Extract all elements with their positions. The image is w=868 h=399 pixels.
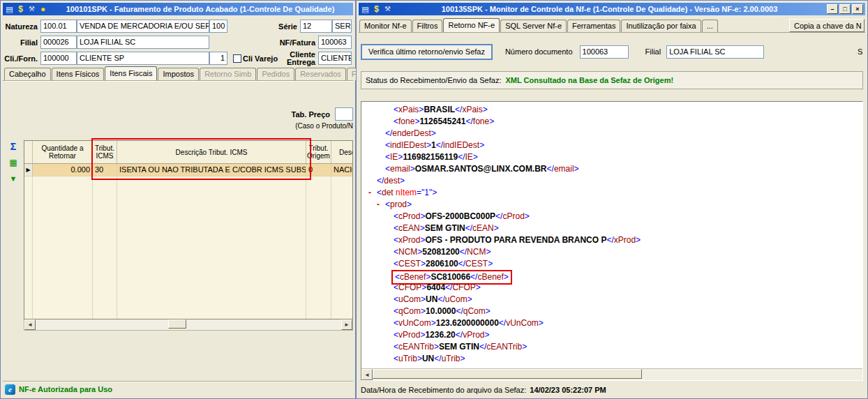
tab-pedidos[interactable]: Pedidos: [257, 68, 294, 80]
xml-line-IE: <IE>116982156119</IE>: [364, 151, 862, 163]
tab-monitor-nf-e[interactable]: Monitor Nf-e: [359, 20, 412, 32]
filial-code-field[interactable]: 000026: [40, 36, 77, 49]
tab-preco-field[interactable]: [335, 107, 353, 121]
window-controls: –□×: [827, 4, 863, 14]
right-titlebar-icons: ▤$⚒: [361, 5, 392, 14]
serie-field[interactable]: 12: [300, 20, 332, 33]
scrollbar-thumb[interactable]: [168, 319, 186, 329]
right-titlebar[interactable]: ▤$⚒ 100135SPK - Monitor de Controle da N…: [359, 3, 865, 15]
filial-desc-field[interactable]: LOJA FILIAL SC: [77, 36, 209, 49]
cli-forn-code-field[interactable]: 100000: [40, 52, 77, 65]
retorno-toolbar: Verifica último retorno/envio Sefaz Núme…: [359, 43, 865, 60]
grid-empty-column: [93, 176, 117, 319]
grid-col-tribut-origem[interactable]: Tribut. Origem: [306, 141, 331, 163]
grid-gutter: Σ▦▼: [3, 140, 24, 331]
user-icon[interactable]: ●: [38, 5, 47, 14]
collapse-marker[interactable]: -: [377, 199, 385, 211]
xml-hscrollbar[interactable]: ◄: [361, 368, 862, 380]
export-grid-icon[interactable]: ▦: [8, 157, 19, 168]
xml-line-vUnCom: <vUnCom>123.6200000000</vUnCom>: [364, 317, 862, 329]
money-icon[interactable]: $: [372, 5, 381, 14]
tab-itens-fiscais[interactable]: Itens Fiscais: [105, 66, 157, 80]
left-window-title: 100101SPK - Faturamento de Produto Acaba…: [50, 5, 351, 13]
collapse-marker[interactable]: -: [368, 187, 377, 199]
export-down-icon[interactable]: ▼: [8, 173, 19, 184]
footer-datetime: 14/02/23 05:22:07 PM: [530, 386, 606, 394]
grid-col-marker[interactable]: [24, 141, 33, 163]
scroll-left-button[interactable]: ◄: [24, 319, 36, 330]
form-row-natureza: Natureza 100.01 VENDA DE MERCADORIA E/OU…: [4, 18, 352, 34]
sefaz-status-box: Status do Recebimento/Envio da Sefaz: XM…: [361, 71, 863, 89]
numero-documento-label: Número documento: [505, 47, 573, 56]
serie-extra-field[interactable]: SERI: [332, 20, 352, 33]
tab-retorno-simb[interactable]: Retorno Simb: [200, 68, 256, 80]
grid-selected-row[interactable]: ▶0.00030ISENTA OU NAO TRIBUTADA E C/COBR…: [24, 164, 352, 176]
wrench-icon[interactable]: ⚒: [383, 5, 392, 14]
xml-line-uCom: <uCom>UN</uCom>: [364, 294, 862, 306]
grid-cell[interactable]: NACION: [331, 164, 353, 176]
items-grid[interactable]: Quantidade a RetornarTribut. ICMSDescriç…: [24, 140, 353, 319]
grid-cell[interactable]: ISENTA OU NAO TRIBUTADA E C/COBR ICMS SU…: [117, 164, 306, 176]
grid-empty-column: [306, 176, 331, 319]
sum-icon[interactable]: Σ: [8, 141, 19, 152]
nf-fatura-field[interactable]: 100063: [318, 36, 352, 49]
maximize-button[interactable]: □: [839, 4, 851, 14]
wrench-icon[interactable]: ⚒: [27, 5, 36, 14]
tab-cabe-alho[interactable]: Cabeçalho: [4, 68, 51, 80]
cliente-entrega-field[interactable]: CLIENTE: [318, 52, 352, 65]
close-button[interactable]: ×: [852, 4, 863, 14]
xml-line-NCM: <NCM>52081200</NCM>: [364, 246, 862, 258]
tab-more[interactable]: ...: [702, 20, 718, 32]
grid-cell[interactable]: 0.000: [33, 164, 93, 176]
tab-preco-label: Tab. Preço: [292, 110, 333, 119]
grid-col-descri[interactable]: Descriçã: [331, 141, 353, 163]
xml-line-dest: </dest>: [364, 175, 862, 187]
sefaz-status-label: Status do Recebimento/Envio da Sefaz:: [366, 76, 501, 84]
grid-hscrollbar[interactable]: ◄ ►: [24, 319, 353, 331]
xml-line-cEANTrib: <cEANTrib>SEM GTIN</cEANTrib>: [364, 341, 862, 353]
xml-scrollbar-track[interactable]: [373, 369, 862, 380]
tab-ferramentas[interactable]: Ferramentas: [567, 20, 620, 32]
natureza-code-field[interactable]: 100.01: [40, 20, 77, 33]
cliente-entrega-label: Cliente Entrega: [285, 51, 318, 66]
form-icon[interactable]: ▤: [5, 5, 14, 14]
cli-forn-desc-field[interactable]: CLIENTE SP: [77, 52, 209, 65]
scroll-right-button[interactable]: ►: [341, 319, 352, 330]
truncated-status-label: S: [858, 47, 863, 56]
xml-line-CEST: <CEST>2806100</CEST>: [364, 258, 862, 270]
cli-varejo-checkbox[interactable]: [233, 54, 241, 63]
grid-empty-column: [117, 176, 306, 319]
grid-empty-column: [24, 176, 33, 319]
xml-viewer[interactable]: <xPais>BRASIL</xPais><fone>1126545241</f…: [364, 104, 862, 368]
verify-sefaz-button[interactable]: Verifica último retorno/envio Sefaz: [361, 44, 493, 60]
tab-inutiliza-o-por-faixa[interactable]: Inutilização por faixa: [621, 20, 701, 32]
left-titlebar[interactable]: ▤$⚒● 100101SPK - Faturamento de Produto …: [3, 3, 353, 15]
grid-col-tribut-icms[interactable]: Tribut. ICMS: [93, 141, 117, 163]
tab-itens-f-sicos[interactable]: Itens Físicos: [52, 68, 105, 80]
xml-scrollbar-thumb[interactable]: [373, 369, 642, 379]
natureza-desc-field[interactable]: VENDA DE MERCADORIA E/OU SERVI: [77, 20, 209, 33]
form-icon[interactable]: ▤: [361, 5, 370, 14]
xml-line-vProd: <vProd>1236.20</vProd>: [364, 329, 862, 341]
grid-col-descri-o-tribut-icms[interactable]: Descrição Tribut. ICMS: [117, 141, 306, 163]
tab-sql-server-nf-e[interactable]: SQL Server Nf-e: [500, 20, 567, 32]
tab-reservados[interactable]: Reservados: [295, 68, 346, 80]
filial-input[interactable]: LOJA FILIAL SC: [666, 45, 764, 59]
minimize-button[interactable]: –: [827, 4, 838, 14]
xml-line-indIEDest: <indIEDest>1</indIEDest>: [364, 140, 862, 151]
money-icon[interactable]: $: [16, 5, 25, 14]
grid-cell[interactable]: 30: [93, 164, 117, 176]
grid-cell[interactable]: 0: [306, 164, 331, 176]
tab-retorno-nf-e[interactable]: Retorno NF-e: [443, 18, 500, 32]
copy-nfe-key-button[interactable]: Copia a chave da N: [789, 19, 865, 32]
tab-filtros[interactable]: Filtros: [412, 20, 443, 32]
numero-documento-input[interactable]: 100063: [580, 45, 629, 59]
form-row-cliforn: Cli./Forn. 100000 CLIENTE SP 1 Cli Varej…: [4, 50, 352, 66]
natureza-extra-field[interactable]: 100: [209, 20, 227, 33]
cli-forn-extra-field[interactable]: 1: [209, 52, 227, 65]
scrollbar-track[interactable]: [36, 319, 341, 330]
xml-scroll-left-button[interactable]: ◄: [361, 369, 373, 380]
grid-col-quantidade-a-retornar[interactable]: Quantidade a Retornar: [33, 141, 93, 163]
sefaz-status-value: XML Consultado na Base da Sefaz de Orige…: [505, 76, 673, 84]
tab-impostos[interactable]: Impostos: [158, 68, 199, 80]
